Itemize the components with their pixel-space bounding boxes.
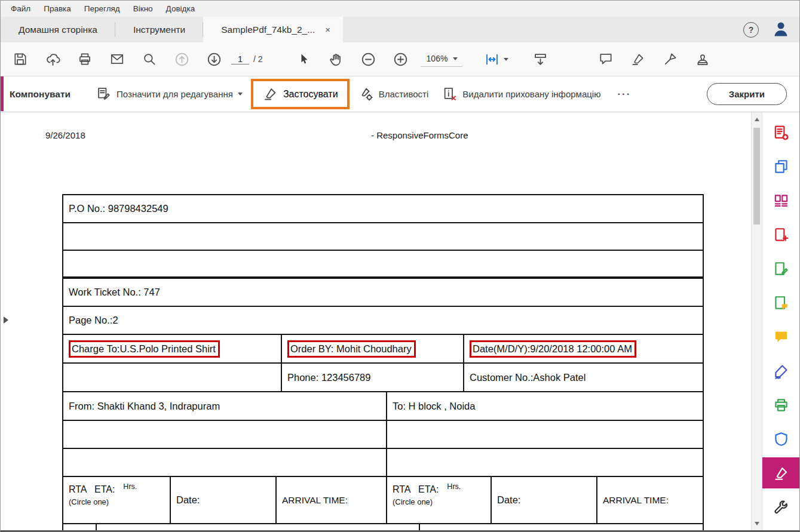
- redact-icon[interactable]: [762, 457, 799, 488]
- acrobat-window: Файл Правка Перегляд Вікно Довідка Домаш…: [0, 0, 800, 532]
- sign-pen-icon[interactable]: [654, 42, 686, 76]
- tab-home[interactable]: Домашня сторінка: [1, 17, 115, 42]
- table-gridline: [419, 524, 420, 532]
- charge-to-cell: Charge To:U.S.Polo Printed Shirt: [63, 335, 282, 362]
- page-number-input[interactable]: [231, 54, 249, 64]
- empty-cell: [63, 251, 703, 276]
- comment-tool-icon[interactable]: [762, 321, 799, 352]
- help-icon[interactable]: ?: [743, 22, 759, 38]
- create-pdf-icon[interactable]: [762, 219, 799, 250]
- search-zoom-icon[interactable]: [133, 42, 165, 76]
- empty-cell: [63, 223, 703, 250]
- redaction-properties-icon: [358, 86, 374, 102]
- email-icon[interactable]: [101, 42, 133, 76]
- vertical-scrollbar[interactable]: [751, 112, 762, 530]
- export-pdf-icon[interactable]: [762, 117, 799, 148]
- table-row: From: Shakti Khand 3, Indrapuram To: H b…: [63, 392, 703, 421]
- tab-document[interactable]: SamplePdf_74kb_2_... ×: [203, 17, 343, 42]
- doc-header-date: 9/26/2018: [45, 130, 85, 140]
- hand-tool-icon[interactable]: [320, 42, 353, 76]
- organize-pages-icon[interactable]: [762, 185, 799, 216]
- zoom-in-icon[interactable]: [385, 42, 417, 76]
- menu-file[interactable]: Файл: [4, 4, 37, 13]
- redaction-mark[interactable]: Charge To:U.S.Polo Printed Shirt: [69, 340, 220, 358]
- redaction-toolbar: Компонувати Позначити для редагування За…: [1, 76, 799, 112]
- menu-view[interactable]: Перегляд: [78, 4, 127, 13]
- redaction-mark[interactable]: Date(M/D/Y):9/20/2018 12:00:00 AM: [470, 340, 636, 358]
- stamp-icon[interactable]: [686, 42, 719, 76]
- panel-expand-icon[interactable]: [4, 316, 8, 324]
- comment-icon[interactable]: [590, 42, 622, 76]
- remove-hidden-info-label: Видалити приховану інформацію: [462, 89, 600, 99]
- remove-hidden-info-icon: [442, 86, 458, 102]
- po-number-cell: P.O No.: 98798432549: [63, 195, 703, 222]
- more-tools-icon[interactable]: [762, 491, 799, 522]
- scroll-down-icon[interactable]: [752, 518, 762, 528]
- date-label-cell: Date:: [492, 477, 597, 523]
- menu-edit[interactable]: Правка: [37, 4, 78, 13]
- cloud-upload-icon[interactable]: [36, 42, 69, 76]
- date-cell: Date(M/D/Y):9/20/2018 12:00:00 AM: [464, 335, 703, 362]
- table-row: [63, 421, 703, 449]
- save-icon[interactable]: [4, 42, 36, 76]
- next-page-icon[interactable]: [198, 42, 230, 76]
- close-redaction-button[interactable]: Закрити: [707, 83, 787, 105]
- fill-sign-icon[interactable]: [762, 355, 799, 386]
- tab-tools[interactable]: Інструменти: [115, 17, 203, 42]
- page-comment-icon[interactable]: [762, 287, 799, 318]
- mark-for-redaction-button[interactable]: Позначити для редагування: [96, 86, 243, 102]
- select-tool-icon[interactable]: [288, 42, 320, 76]
- date-label-cell: Date:: [171, 477, 277, 523]
- page-number-group: / 2: [231, 54, 263, 64]
- protect-icon[interactable]: [762, 423, 799, 454]
- close-tab-icon[interactable]: ×: [323, 24, 332, 35]
- rta-eta-label: RTA ETA:: [393, 484, 439, 494]
- zoom-level-dropdown[interactable]: 106%: [421, 51, 463, 67]
- fit-width-dropdown[interactable]: [484, 51, 508, 67]
- zoom-out-icon[interactable]: [353, 42, 385, 76]
- doc-header-title: - ResponsiveFormsCore: [371, 130, 468, 140]
- page-no-cell: Page No.:2: [63, 307, 703, 334]
- scrolling-mode-icon[interactable]: [524, 42, 556, 76]
- menu-window[interactable]: Вікно: [127, 4, 160, 13]
- previous-page-icon[interactable]: [165, 42, 198, 76]
- table-row: P.O No.: 98798432549: [63, 195, 703, 223]
- combine-files-icon[interactable]: [762, 151, 799, 182]
- scroll-up-icon[interactable]: [752, 114, 762, 124]
- tab-document-label: SamplePdf_74kb_2_...: [221, 24, 315, 35]
- tabbar-right: ?: [743, 17, 799, 42]
- remove-hidden-info-button[interactable]: Видалити приховану інформацію: [442, 86, 600, 102]
- menu-help[interactable]: Довідка: [160, 4, 202, 13]
- menu-bar: Файл Правка Перегляд Вікно Довідка: [1, 1, 799, 17]
- rta-eta-cell: RTA ETA:Hrs. (Circle one): [387, 477, 492, 523]
- empty-cell: [387, 421, 703, 448]
- redaction-mark[interactable]: Order BY: Mohit Choudhary: [287, 340, 416, 358]
- main-toolbar: / 2 106%: [1, 42, 799, 76]
- redaction-properties-button[interactable]: Властивості: [358, 86, 429, 102]
- user-avatar[interactable]: [772, 20, 790, 40]
- hrs-label: Hrs.: [123, 482, 137, 491]
- page-total-label: / 2: [253, 54, 263, 64]
- fit-width-icon: [484, 51, 500, 67]
- print-production-icon[interactable]: [762, 389, 799, 420]
- order-by-cell: Order BY: Mohit Choudhary: [282, 335, 464, 362]
- table-row: Phone: 123456789 Customer No.:Ashok Pate…: [63, 364, 703, 392]
- edit-pdf-icon[interactable]: [762, 253, 799, 284]
- print-icon[interactable]: [69, 42, 101, 76]
- table-row: RTA ETA:Hrs. (Circle one) Date: ARRIVAL …: [63, 477, 703, 524]
- tools-rail: [762, 112, 799, 530]
- scrollbar-thumb[interactable]: [753, 128, 760, 225]
- empty-cell: [63, 421, 387, 448]
- table-row: Charge To:U.S.Polo Printed Shirt Order B…: [63, 335, 703, 364]
- mark-for-redaction-label: Позначити для редагування: [117, 89, 233, 99]
- table-gridline: [96, 524, 97, 532]
- document-canvas[interactable]: 9/26/2018 - ResponsiveFormsCore P.O No.:…: [1, 112, 752, 532]
- apply-redactions-button[interactable]: Застосувати: [251, 79, 350, 109]
- circle-one-label: (Circle one): [69, 497, 170, 506]
- chevron-down-icon: [504, 58, 508, 61]
- more-options-icon[interactable]: ···: [617, 88, 631, 100]
- table-row: [63, 223, 703, 251]
- to-cell: To: H block , Noida: [387, 392, 703, 420]
- table-row: Work Ticket No.: 747: [63, 279, 703, 307]
- highlight-icon[interactable]: [622, 42, 654, 76]
